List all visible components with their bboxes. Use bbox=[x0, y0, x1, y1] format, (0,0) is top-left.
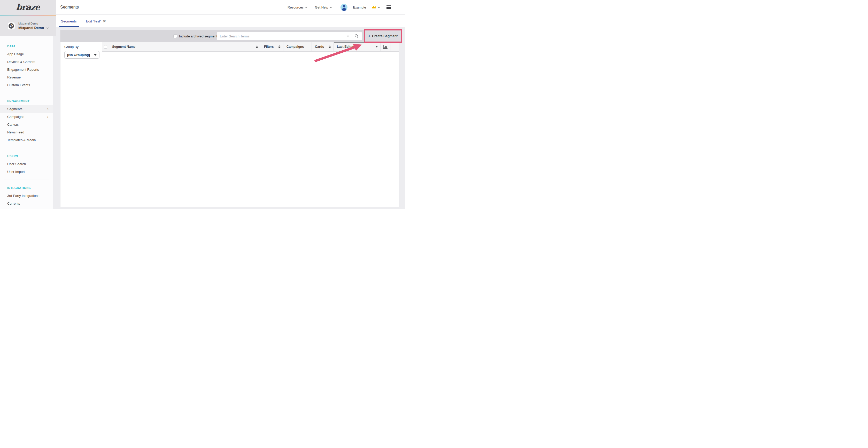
group-by-select[interactable]: [No Grouping] bbox=[64, 51, 99, 59]
tab-edit-test[interactable]: Edit 'Test' ✖ bbox=[86, 20, 106, 27]
hamburger-menu-icon[interactable] bbox=[386, 5, 391, 9]
caret-down-icon[interactable] bbox=[376, 46, 378, 47]
braze-app: braze b Mixpanel Demo Mixpanel Demo DATA… bbox=[0, 0, 405, 209]
sort-icon[interactable] bbox=[329, 45, 331, 48]
caret-down-icon bbox=[94, 54, 97, 56]
column-header-last-edited[interactable]: Last Edited bbox=[334, 42, 380, 51]
segments-toolbar: Include archived segments bbox=[60, 30, 399, 42]
sidebar-item-templates-media[interactable]: Templates & Media bbox=[0, 136, 53, 144]
create-segment-highlight-box: + Create Segment bbox=[364, 29, 402, 43]
chevron-down-icon bbox=[305, 6, 308, 8]
create-segment-button[interactable]: + Create Segment bbox=[368, 34, 398, 38]
sidebar-item-user-import[interactable]: User Import bbox=[0, 168, 53, 175]
search-input[interactable] bbox=[220, 34, 347, 38]
chevron-right-icon: › bbox=[47, 107, 49, 111]
bar-chart-icon bbox=[383, 45, 388, 49]
workspace-avatar: b bbox=[8, 23, 15, 29]
include-archived-checkbox[interactable] bbox=[173, 34, 177, 38]
logo-area: braze bbox=[0, 0, 56, 15]
get-help-menu[interactable]: Get Help bbox=[315, 5, 332, 9]
segments-table: Segment Name Filters bbox=[102, 42, 399, 207]
sidebar-item-devices-carriers[interactable]: Devices & Carriers bbox=[0, 58, 53, 66]
panel-body: Group By: [No Grouping] Segment bbox=[60, 42, 399, 207]
column-header-analytics[interactable] bbox=[380, 42, 391, 51]
chevron-down-icon bbox=[46, 26, 49, 29]
close-icon[interactable]: ✖ bbox=[103, 20, 106, 23]
plus-icon: + bbox=[368, 34, 370, 38]
user-menu[interactable]: Example bbox=[340, 4, 380, 11]
table-body-empty bbox=[102, 51, 399, 207]
sidebar-item-canvas[interactable]: Canvas bbox=[0, 120, 53, 128]
sidebar-item-news-feed[interactable]: News Feed bbox=[0, 128, 53, 136]
work-area: Include archived segments bbox=[56, 27, 405, 209]
column-header-segment-name[interactable]: Segment Name bbox=[109, 42, 261, 51]
main-area: Segments Resources Get Help Example bbox=[56, 0, 405, 209]
sidebar-item-segments[interactable]: Segments › bbox=[0, 105, 53, 113]
sidebar-nav: DATA App Usage Devices & Carriers Engage… bbox=[0, 36, 53, 209]
sidebar-item-revenue[interactable]: Revenue bbox=[0, 73, 53, 81]
workspace-selector[interactable]: b Mixpanel Demo Mixpanel Demo bbox=[0, 15, 56, 36]
segments-panel: Include archived segments bbox=[60, 30, 399, 207]
sidebar-item-currents[interactable]: Currents bbox=[0, 200, 53, 207]
archived-checkbox-group: Include archived segments bbox=[173, 30, 219, 42]
group-by-panel: Group By: [No Grouping] bbox=[60, 42, 102, 207]
workspace-name: Mixpanel Demo bbox=[18, 26, 44, 30]
tab-bar: Segments Edit 'Test' ✖ bbox=[56, 15, 405, 27]
search-icon[interactable] bbox=[354, 34, 359, 38]
tab-segments[interactable]: Segments bbox=[61, 20, 77, 27]
include-archived-label: Include archived segments bbox=[179, 34, 219, 38]
workspace-texts: Mixpanel Demo Mixpanel Demo bbox=[18, 22, 48, 30]
column-header-campaigns[interactable]: Campaigns bbox=[283, 42, 312, 51]
sort-icon[interactable] bbox=[256, 45, 258, 48]
sidebar-divider bbox=[4, 148, 49, 148]
sidebar-section-integrations: INTEGRATIONS bbox=[0, 184, 53, 192]
column-header-cards[interactable]: Cards bbox=[312, 42, 334, 51]
sidebar-divider bbox=[4, 93, 49, 93]
table-header-row: Segment Name Filters bbox=[102, 42, 399, 51]
top-bar: Segments Resources Get Help Example bbox=[56, 0, 405, 15]
sidebar-item-user-search[interactable]: User Search bbox=[0, 160, 53, 168]
sidebar-section-data: DATA bbox=[0, 42, 53, 50]
sidebar: braze b Mixpanel Demo Mixpanel Demo DATA… bbox=[0, 0, 56, 209]
page-title: Segments bbox=[60, 5, 79, 9]
crown-icon bbox=[371, 5, 376, 9]
braze-b-icon: b bbox=[8, 23, 14, 29]
workspace-label: Mixpanel Demo bbox=[18, 22, 48, 25]
chevron-down-icon bbox=[330, 6, 332, 8]
sidebar-section-engagement: ENGAGEMENT bbox=[0, 97, 53, 105]
search-field[interactable] bbox=[217, 32, 362, 40]
chevron-down-icon bbox=[378, 6, 380, 8]
user-avatar bbox=[340, 4, 347, 11]
resources-menu[interactable]: Resources bbox=[287, 5, 307, 9]
sidebar-item-engagement-reports[interactable]: Engagement Reports bbox=[0, 66, 53, 73]
column-header-empty bbox=[391, 42, 399, 51]
sidebar-item-campaigns[interactable]: Campaigns › bbox=[0, 113, 53, 120]
sidebar-item-custom-events[interactable]: Custom Events bbox=[0, 81, 53, 89]
braze-logo-text: braze bbox=[16, 2, 40, 12]
braze-logo: braze bbox=[16, 2, 40, 13]
sidebar-section-users: USERS bbox=[0, 152, 53, 160]
group-by-label: Group By: bbox=[64, 45, 102, 49]
sort-icon[interactable] bbox=[278, 45, 281, 48]
select-all-cell bbox=[102, 42, 109, 51]
column-header-filters[interactable]: Filters bbox=[261, 42, 283, 51]
chevron-right-icon: › bbox=[47, 115, 49, 118]
select-all-checkbox[interactable] bbox=[104, 45, 107, 48]
search-dropdown-caret-icon[interactable] bbox=[347, 36, 349, 37]
sidebar-item-app-usage[interactable]: App Usage bbox=[0, 50, 53, 58]
sidebar-item-3rd-party-integrations[interactable]: 3rd Party Integrations bbox=[0, 192, 53, 200]
user-name: Example bbox=[353, 5, 366, 9]
